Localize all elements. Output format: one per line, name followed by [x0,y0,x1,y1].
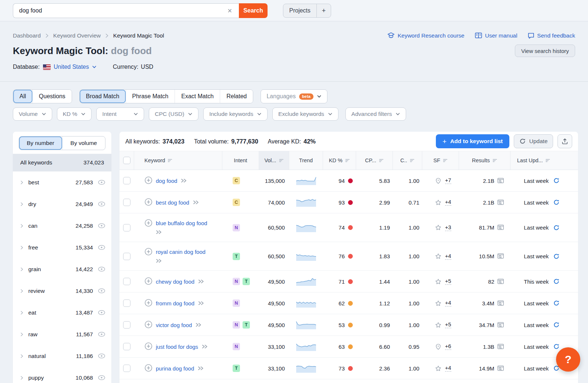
filter-kd[interactable]: KD % [57,107,92,121]
refresh-icon[interactable] [553,300,560,306]
serp-features-count[interactable]: +5 [445,322,451,328]
keyword-group-natural[interactable]: natural11,186 [13,345,111,367]
keyword-link[interactable]: royal canin dog food [156,249,205,255]
row-checkbox[interactable] [123,253,130,260]
row-checkbox[interactable] [123,299,130,307]
refresh-icon[interactable] [553,322,560,328]
serp-preview-icon[interactable] [497,224,505,231]
add-keyword-icon[interactable] [144,248,153,256]
keyword-group-dry[interactable]: dry24,949 [13,193,111,215]
help-button[interactable]: ? [556,347,580,372]
keyword-group-eat[interactable]: eat13,487 [13,302,111,323]
expand-keyword-icon[interactable] [156,259,162,263]
expand-keyword-icon[interactable] [156,230,162,234]
add-keyword-icon[interactable] [144,299,153,307]
filter-volume[interactable]: Volume [13,107,52,121]
clear-search-icon[interactable]: ✕ [225,6,235,16]
expand-keyword-icon[interactable] [202,344,208,349]
keyword-link[interactable]: just food for dogs [156,344,198,350]
projects-tab[interactable]: Projects [283,4,316,17]
add-keyword-icon[interactable] [144,198,153,206]
serp-features-count[interactable]: +4 [445,253,451,260]
expand-keyword-icon[interactable] [198,279,204,284]
refresh-icon[interactable] [553,343,560,350]
filter-cpc-usd[interactable]: CPC (USD) [149,107,198,121]
expand-keyword-icon[interactable] [193,200,199,205]
column-header-kd[interactable]: KD % [323,151,356,170]
add-keyword-icon[interactable] [144,277,153,285]
eye-icon[interactable] [98,201,105,207]
keyword-group-grain[interactable]: grain14,422 [13,258,111,280]
sidebar-all-keywords[interactable]: All keywords 374,023 [13,154,111,171]
view-search-history-button[interactable]: View search history [515,45,575,57]
column-header-vol[interactable]: Vol... [259,151,289,170]
row-checkbox[interactable] [123,321,130,329]
keyword-group-puppy[interactable]: puppy10,068 [13,367,111,383]
serp-features-count[interactable]: +7 [445,177,451,184]
database-selector[interactable]: United States [43,64,97,70]
sidebar-tab-by-volume[interactable]: By volume [62,136,105,150]
eye-icon[interactable] [98,375,105,380]
serp-preview-icon[interactable] [497,253,505,259]
eye-icon[interactable] [98,266,105,272]
serp-features-count[interactable]: +6 [445,343,451,350]
eye-icon[interactable] [98,331,105,337]
match-tab-questions[interactable]: Questions [32,90,72,103]
filter-advanced-filters[interactable]: Advanced filters [345,107,406,121]
match-tab-exact-match[interactable]: Exact Match [175,90,220,103]
keyword-group-review[interactable]: review14,330 [13,280,111,302]
row-checkbox[interactable] [123,224,130,231]
serp-preview-icon[interactable] [497,300,505,306]
expand-keyword-icon[interactable] [196,323,202,327]
column-header-c[interactable]: C.. [393,151,422,170]
serp-preview-icon[interactable] [497,178,505,184]
filter-intent[interactable]: Intent [96,107,144,121]
breadcrumb-item-dashboard[interactable]: Dashboard [13,32,41,39]
refresh-icon[interactable] [553,177,560,184]
export-button[interactable] [557,134,572,148]
keyword-group-can[interactable]: can24,258 [13,215,111,237]
filter-exclude-keywords[interactable]: Exclude keywords [272,107,338,121]
row-checkbox[interactable] [123,199,130,206]
filter-include-keywords[interactable]: Include keywords [203,107,268,121]
add-keyword-icon[interactable] [144,320,153,329]
languages-dropdown[interactable]: Languages beta [261,89,327,103]
keyword-link[interactable]: victor dog food [156,322,192,328]
refresh-icon[interactable] [553,253,560,260]
column-header-trend[interactable]: Trend [289,151,323,170]
expand-keyword-icon[interactable] [198,366,204,370]
column-header-intent[interactable]: Intent [222,151,259,170]
keyword-link[interactable]: fromm dog food [156,300,194,306]
header-link-send-feedback[interactable]: Send feedback [528,32,575,39]
select-all-checkbox[interactable] [123,157,130,164]
serp-preview-icon[interactable] [497,365,505,372]
expand-keyword-icon[interactable] [181,178,187,183]
keyword-group-raw[interactable]: raw11,567 [13,323,111,345]
serp-features-count[interactable]: +4 [445,365,451,372]
match-tab-all[interactable]: All [13,90,32,103]
breadcrumb-item-keyword-overview[interactable]: Keyword Overview [53,32,101,39]
column-header-cp[interactable]: CP... [356,151,393,170]
keyword-link[interactable]: purina dog food [156,365,194,372]
eye-icon[interactable] [98,353,105,359]
serp-features-count[interactable]: +4 [445,199,451,206]
add-project-tab[interactable]: + [316,4,331,17]
eye-icon[interactable] [98,180,105,185]
refresh-icon[interactable] [553,224,560,231]
add-keyword-icon[interactable] [144,219,153,227]
match-tab-phrase-match[interactable]: Phrase Match [126,90,175,103]
serp-features-count[interactable]: +4 [445,300,451,306]
refresh-icon[interactable] [553,278,560,285]
row-checkbox[interactable] [123,365,130,372]
row-checkbox[interactable] [123,343,130,350]
serp-preview-icon[interactable] [497,279,505,285]
add-keyword-icon[interactable] [144,342,153,350]
search-button[interactable]: Search [239,3,268,18]
add-keyword-icon[interactable] [144,176,153,184]
header-link-user-manual[interactable]: User manual [475,32,517,39]
keyword-link[interactable]: blue buffalo dog food [156,220,207,226]
search-input[interactable] [19,7,225,14]
match-tab-related[interactable]: Related [220,90,253,103]
column-header-sf[interactable]: SF [422,151,459,170]
keyword-link[interactable]: dog food [156,178,177,184]
